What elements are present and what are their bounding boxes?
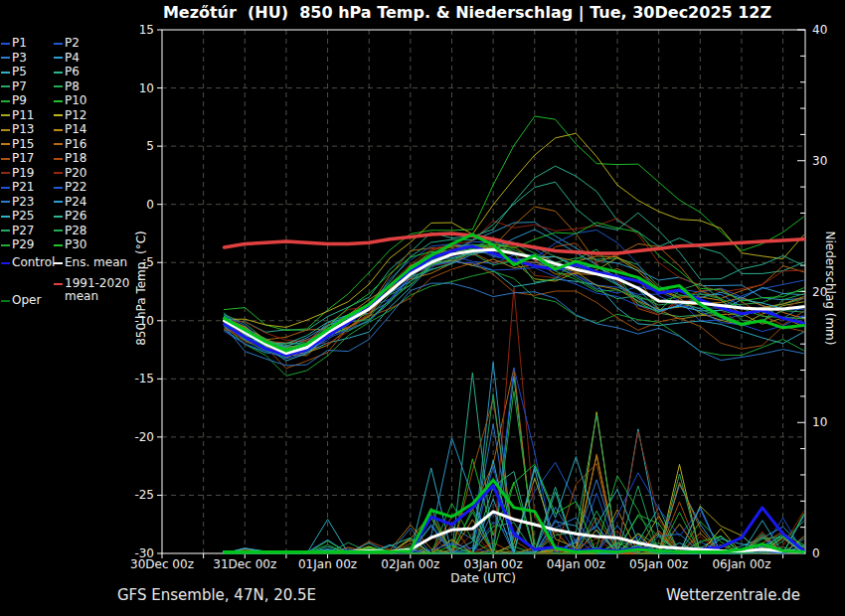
member-temp-line-p20 [225, 219, 804, 342]
member-temp-line-p10 [225, 116, 804, 331]
y-left-tick-label: 10 [139, 81, 154, 95]
x-tick-label: 31Dec 00z [213, 557, 276, 571]
ensemble-member-lines [225, 116, 804, 553]
meteogram-page: Mezőtúr (HU) 850 hPa Temp. & Niederschla… [0, 0, 845, 616]
chart-plot: 151050-5-10-15-20-25-3040302010030Dec 00… [0, 0, 845, 616]
y-right-tick-label: 40 [812, 23, 827, 37]
y-left-tick-label: 5 [146, 139, 154, 153]
member-precip-line-p23 [225, 480, 804, 553]
tick-labels: 151050-5-10-15-20-25-3040302010030Dec 00… [130, 23, 827, 571]
member-precip-line-p16 [225, 369, 804, 553]
x-tick-label: 06Jan 00z [712, 557, 770, 571]
y-right-tick-label: 30 [812, 154, 827, 168]
y-left-tick-label: -20 [134, 430, 154, 444]
member-precip-line-p6 [225, 373, 804, 553]
member-precip-line-p21 [225, 368, 804, 553]
member-precip-line-p27 [225, 394, 804, 554]
x-axis-title: Date (UTC) [384, 571, 583, 585]
y-right-tick-label: 0 [812, 546, 820, 560]
x-tick-label: 30Dec 00z [130, 557, 194, 571]
y-right-tick-label: 10 [812, 415, 827, 429]
left-axis-title: 850 hPa Temp. (°C) [134, 182, 148, 394]
footer-model-info: GFS Ensemble, 47N, 20.5E [117, 586, 316, 604]
x-tick-label: 04Jan 00z [547, 557, 605, 571]
footer-brand: Wetterzentrale.de [557, 586, 800, 604]
x-tick-label: 02Jan 00z [381, 557, 439, 571]
y-left-tick-label: 15 [139, 23, 154, 37]
x-tick-label: 03Jan 00z [464, 557, 523, 571]
y-left-tick-label: -25 [134, 488, 154, 502]
x-tick-label: 01Jan 00z [298, 557, 357, 571]
right-axis-title: Niederschlag (mm) [823, 182, 837, 394]
x-tick-label: 05Jan 00z [629, 557, 688, 571]
